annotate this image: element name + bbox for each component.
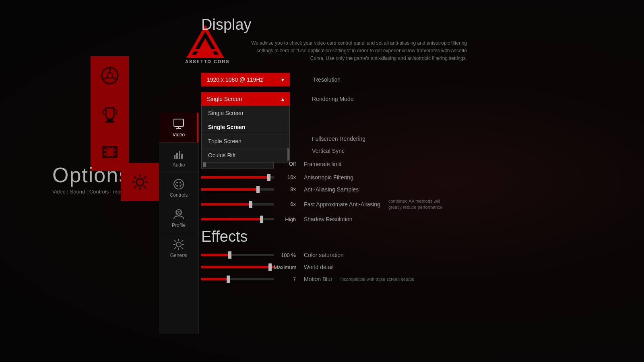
resolution-dropdown[interactable]: 1920 x 1080 @ 119Hz ▾ xyxy=(201,73,290,86)
rendering-option-triple-screen[interactable]: Triple Screen xyxy=(202,134,289,148)
shadow-slider[interactable] xyxy=(201,218,274,220)
controls-icon xyxy=(172,178,185,191)
svg-line-7 xyxy=(103,78,107,80)
svg-point-36 xyxy=(176,182,178,183)
anisotropic-slider[interactable] xyxy=(201,176,274,179)
trophy-icon xyxy=(100,104,120,124)
gear-icon xyxy=(130,172,151,193)
svg-rect-15 xyxy=(114,147,117,149)
nav-trophy[interactable] xyxy=(91,95,129,133)
svg-line-50 xyxy=(174,240,176,242)
sub-nav: Video Audio Controls xyxy=(159,113,199,334)
world-detail-thumb xyxy=(268,263,272,271)
svg-point-39 xyxy=(176,185,178,187)
chevron-up-icon: ▴ xyxy=(281,96,284,102)
svg-rect-14 xyxy=(103,155,105,157)
saturation-thumb xyxy=(228,251,231,259)
svg-line-26 xyxy=(144,176,146,179)
rendering-option-oculus[interactable]: Oculus Rift xyxy=(202,148,289,162)
motion-blur-label: Motion Blur xyxy=(304,276,332,282)
resolution-control[interactable]: 1920 x 1080 @ 119Hz ▾ xyxy=(201,73,292,86)
sub-nav-item-controls[interactable]: Controls xyxy=(159,173,198,203)
resolution-value: 1920 x 1080 @ 119Hz xyxy=(207,76,263,83)
motion-blur-note: incompatible with triple screen setups xyxy=(341,277,414,282)
rendering-mode-dropdown-container: Single Screen ▴ Single Screen Single Scr… xyxy=(201,92,290,106)
world-detail-slider[interactable] xyxy=(201,266,274,268)
sub-nav-item-video[interactable]: Video xyxy=(159,113,198,142)
sub-nav-item-general[interactable]: General xyxy=(159,233,198,263)
motion-blur-value: 7 xyxy=(274,276,304,282)
fxaa-fill xyxy=(201,203,252,206)
antialiasing-thumb xyxy=(256,186,260,193)
svg-point-19 xyxy=(136,179,144,186)
color-saturation-slider[interactable] xyxy=(201,254,274,256)
options-title: Options xyxy=(52,163,130,187)
resolution-label: Resolution xyxy=(314,76,341,83)
svg-rect-34 xyxy=(181,154,183,159)
svg-point-37 xyxy=(180,182,181,183)
fxaa-label: Fast Approximate Anti-Aliasing xyxy=(304,201,380,208)
fxaa-slider[interactable] xyxy=(201,203,274,206)
svg-line-25 xyxy=(144,186,146,188)
racing-wheel-icon xyxy=(100,66,120,86)
rendering-option-single-screen-1[interactable]: Single Screen xyxy=(202,106,289,120)
svg-rect-10 xyxy=(105,121,114,123)
anisotropic-fill xyxy=(201,176,270,179)
svg-rect-16 xyxy=(114,151,117,153)
antialiasing-value: 8x xyxy=(274,186,304,192)
sub-nav-general-label: General xyxy=(170,253,188,258)
sub-nav-video-label: Video xyxy=(173,132,185,138)
world-detail-value: Maximum xyxy=(274,264,304,270)
rendering-option-single-screen-2[interactable]: Single Screen xyxy=(202,120,289,134)
svg-point-43 xyxy=(176,211,179,214)
motion-blur-slider[interactable] xyxy=(201,278,274,280)
sub-nav-profile-label: Profile xyxy=(172,222,186,228)
antialiasing-slider[interactable] xyxy=(201,188,274,191)
svg-point-44 xyxy=(179,211,181,214)
svg-line-27 xyxy=(134,186,136,188)
svg-line-24 xyxy=(134,176,136,179)
anisotropic-label: Anisotropic Filtering xyxy=(304,174,353,181)
svg-point-38 xyxy=(180,185,181,187)
svg-point-41 xyxy=(182,184,183,185)
fxaa-thumb xyxy=(249,201,252,208)
svg-rect-31 xyxy=(174,155,175,159)
antialiasing-row: 8x Anti-Aliasing Samples xyxy=(201,186,636,193)
saturation-value: 100 % xyxy=(274,252,304,258)
sub-nav-controls-label: Controls xyxy=(170,192,188,198)
svg-rect-32 xyxy=(176,153,178,159)
monitor-icon xyxy=(172,117,185,130)
motion-blur-fill xyxy=(201,278,229,280)
fxaa-value: 6x xyxy=(274,201,304,207)
profile-icon xyxy=(172,208,185,221)
sub-nav-item-audio[interactable]: Audio xyxy=(159,142,198,173)
dropdown-scrollbar xyxy=(287,148,289,162)
color-saturation-row: 100 % Color saturation xyxy=(201,252,636,258)
option-label: Single Screen xyxy=(208,124,246,130)
scrollbar-thumb xyxy=(287,148,289,160)
effects-section-title: Effects xyxy=(201,228,636,245)
world-detail-label: World detail xyxy=(304,264,334,270)
svg-point-45 xyxy=(176,242,181,247)
antialiasing-fill xyxy=(201,188,259,191)
fxaa-note: combined AA methods will greatly reduce … xyxy=(388,198,453,211)
framerate-label: Framerate limit xyxy=(304,161,341,167)
motion-blur-thumb xyxy=(227,276,230,283)
rendering-mode-selected[interactable]: Single Screen ▴ xyxy=(201,92,290,106)
world-detail-fill xyxy=(201,266,274,268)
main-content: Display We advise you to check your vide… xyxy=(201,16,636,354)
gear-button[interactable] xyxy=(121,163,159,201)
nav-racing-wheel[interactable] xyxy=(91,56,129,95)
anisotropic-row: 16x Anisotropic Filtering xyxy=(201,174,636,181)
nav-icons-column xyxy=(91,56,129,171)
saturation-fill xyxy=(201,254,230,256)
rendering-mode-value: Single Screen xyxy=(207,96,242,102)
options-subtitle: Video | Sound | Controls | more xyxy=(52,189,130,195)
chevron-down-icon: ▾ xyxy=(281,76,284,83)
effects-grid: 100 % Color saturation Maximum World det… xyxy=(201,252,636,282)
advisory-text: We advise you to check your video card c… xyxy=(242,39,467,63)
sub-nav-item-profile[interactable]: Profile xyxy=(159,203,198,233)
active-indicator xyxy=(197,113,198,142)
svg-point-40 xyxy=(175,184,176,185)
general-settings-icon xyxy=(172,238,185,251)
